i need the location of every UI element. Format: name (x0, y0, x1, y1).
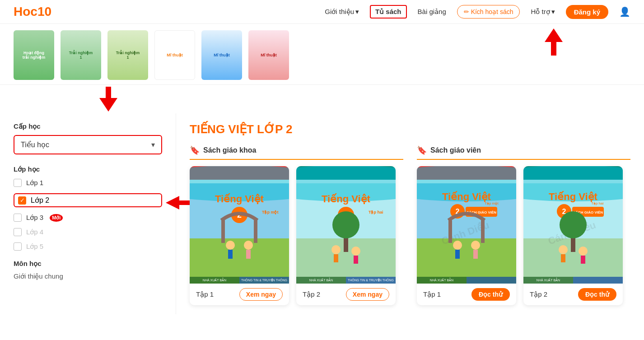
lop-hoc-label: Lớp học (14, 165, 162, 173)
dangky-button[interactable]: Đăng ký (566, 5, 608, 19)
svg-text:NHÀ XUẤT BẢN: NHÀ XUẤT BẢN (203, 278, 226, 282)
chevron-down-icon: ▾ (355, 8, 359, 16)
content-area: TIẾNG VIỆT LỚP 2 🔖 Sách giáo khoa (176, 113, 644, 314)
carousel-book-6[interactable]: Mĩ thuật (248, 30, 289, 80)
doc-thu-sgv-tap1-button[interactable]: Đọc thử (471, 288, 510, 301)
checkbox-lop2-box: ✓ (18, 196, 26, 205)
sgv-cards-row: Tiếng Việt 2 SÁCH GIÁO VIÊN Tập một Cánh… (417, 166, 630, 305)
book-sgk-tap2: Tiếng Việt 2 Tập hai (296, 166, 396, 305)
svg-text:THÔNG TIN & TRUYỀN THÔNG: THÔNG TIN & TRUYỀN THÔNG (241, 278, 287, 282)
svg-point-75 (560, 211, 587, 238)
lop2-row-wrapper: ✓ Lớp 2 (14, 193, 162, 214)
chevron-down-icon-3: ▾ (151, 140, 155, 149)
chevron-down-icon-2: ▾ (551, 8, 555, 16)
nav-tu-sach[interactable]: Tủ sách (370, 5, 407, 19)
svg-rect-12 (221, 220, 225, 243)
svg-rect-58 (473, 250, 478, 259)
checkbox-lop4-box (14, 228, 22, 236)
svg-rect-56 (455, 250, 460, 259)
svg-rect-54 (481, 220, 485, 243)
doc-thu-sgv-tap2-button[interactable]: Đọc thử (578, 288, 616, 301)
lop4-label: Lớp 4 (26, 228, 43, 236)
lop1-label: Lớp 1 (26, 179, 43, 187)
book-sgk-tap1-footer: Tập 1 Xem ngay (190, 284, 289, 305)
annotation-arrow-down (0, 85, 644, 113)
annotation-arrow-left (166, 196, 193, 211)
nav-links: Giới thiệu ▾ Tủ sách Bài giảng ✏ Kích ho… (325, 5, 630, 19)
svg-rect-60 (467, 277, 516, 284)
sgk-column: 🔖 Sách giáo khoa (190, 145, 403, 305)
main-container: Cấp học Tiểu học ▾ Lớp học Lớp 1 ✓ Lớp 2 (0, 113, 644, 332)
section-title: TIẾNG VIỆT LỚP 2 (190, 122, 630, 136)
cap-hoc-select[interactable]: Tiểu học ▾ (14, 135, 162, 154)
svg-text:Tiếng Việt: Tiếng Việt (322, 193, 371, 205)
svg-point-16 (244, 241, 253, 250)
gioithieu-chung-item[interactable]: Giới thiệu chung (14, 272, 162, 280)
checkbox-lop4[interactable]: Lớp 4 (14, 228, 162, 236)
carousel-section: Hoạt độngtrải nghiệm Trải nghiệm1 Trải n… (0, 24, 644, 85)
bookmark-icon-sgk: 🔖 (190, 145, 200, 155)
svg-marker-0 (545, 28, 563, 56)
sgk-title: 🔖 Sách giáo khoa (190, 145, 403, 160)
svg-text:Tập một: Tập một (485, 201, 499, 205)
xem-ngay-sgk-tap2-button[interactable]: Xem ngay (346, 288, 389, 301)
svg-rect-15 (228, 250, 233, 259)
svg-text:THÔNG TIN & TRUYỀN THÔNG: THÔNG TIN & TRUYỀN THÔNG (348, 278, 394, 282)
checkbox-lop1[interactable]: Lớp 1 (14, 179, 162, 187)
sgk-cards-row: Tiếng Việt 2 Tập một (190, 166, 403, 305)
book-cover-sgk-tap1: Tiếng Việt 2 Tập một (190, 166, 289, 284)
user-icon[interactable]: 👤 (619, 6, 630, 17)
sgv-column: 🔖 Sách giáo viên Ti (417, 145, 630, 305)
svg-rect-81 (573, 277, 623, 284)
nav-ho-tro[interactable]: Hỗ trợ ▾ (531, 8, 555, 16)
svg-marker-1 (99, 87, 117, 112)
book-cover-sgk-tap2: Tiếng Việt 2 Tập hai (296, 166, 396, 284)
sgv-title: 🔖 Sách giáo viên (417, 145, 630, 160)
book-sgv-tap1-footer: Tập 1 Đọc thử (417, 284, 516, 305)
svg-point-32 (332, 211, 359, 238)
xem-ngay-sgk-tap1-button[interactable]: Xem ngay (239, 288, 283, 301)
nav-gioi-thieu[interactable]: Giới thiệu ▾ (325, 8, 359, 16)
nav-bai-giang[interactable]: Bài giảng (418, 8, 446, 16)
nav-tu-sach-label: Tủ sách (375, 8, 401, 16)
svg-point-55 (453, 241, 462, 250)
checkbox-lop5-box (14, 242, 22, 251)
checkbox-lop5[interactable]: Lớp 5 (14, 242, 162, 251)
checkbox-lop2[interactable]: ✓ Lớp 2 (14, 193, 162, 207)
kichhoat-button[interactable]: ✏ Kích hoạt sách (457, 5, 520, 19)
svg-point-33 (331, 245, 341, 254)
book-tap2-label: Tập 2 (303, 290, 320, 298)
svg-rect-36 (354, 256, 358, 264)
nav-ho-tro-label: Hỗ trợ (531, 8, 550, 16)
svg-point-57 (471, 241, 480, 250)
annotation-arrow-up (545, 28, 563, 57)
logo-text: Hoc (14, 5, 37, 19)
carousel-book-4[interactable]: Mĩ thuật (154, 30, 195, 80)
svg-text:NHÀ XUẤT BẢN: NHÀ XUẤT BẢN (537, 278, 560, 282)
checkbox-lop3-box (14, 214, 22, 222)
carousel-book-5[interactable]: Mĩ thuật (201, 30, 242, 80)
lop2-label: Lớp 2 (31, 196, 49, 205)
carousel-book-3[interactable]: Trải nghiệm1 (107, 30, 148, 80)
svg-point-35 (351, 247, 360, 256)
svg-text:Tập hai: Tập hai (591, 201, 603, 205)
lop3-label: Lớp 3 (26, 214, 43, 222)
moi-badge: Mới (50, 214, 63, 222)
book-sgk-tap1: Tiếng Việt 2 Tập một (190, 166, 289, 305)
sidebar: Cấp học Tiểu học ▾ Lớp học Lớp 1 ✓ Lớp 2 (0, 113, 176, 314)
book-sgv-tap1-label: Tập 1 (423, 290, 441, 298)
svg-text:Tập một: Tập một (262, 210, 279, 214)
carousel-book-2[interactable]: Trải nghiệm1 (61, 30, 101, 80)
svg-point-14 (226, 241, 235, 250)
nav-bai-giang-label: Bài giảng (418, 8, 446, 16)
svg-text:Tập hai: Tập hai (369, 210, 383, 214)
carousel-book-1[interactable]: Hoạt độngtrải nghiệm (14, 30, 54, 80)
book-sgv-tap1: Tiếng Việt 2 SÁCH GIÁO VIÊN Tập một Cánh… (417, 166, 516, 305)
checkbox-lop3[interactable]: Lớp 3 Mới (14, 214, 162, 222)
sgv-label: Sách giáo viên (430, 146, 481, 154)
lop5-label: Lớp 5 (26, 242, 43, 251)
book-tap1-label: Tập 1 (196, 290, 214, 298)
logo[interactable]: Hoc10 (14, 5, 51, 19)
logo-number: 10 (37, 5, 51, 19)
svg-text:Tiếng Việt: Tiếng Việt (442, 191, 491, 202)
